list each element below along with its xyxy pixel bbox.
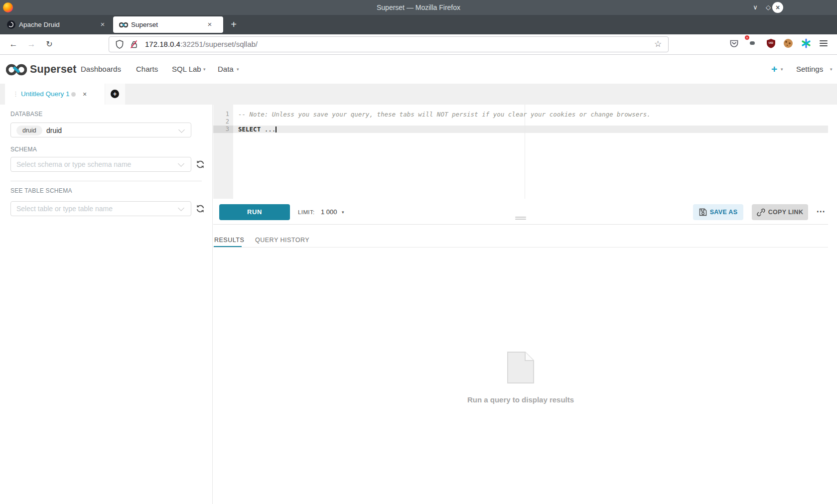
- empty-results-message: Run a query to display results: [213, 395, 828, 404]
- save-as-button[interactable]: SAVE AS: [693, 204, 743, 220]
- query-tab-strip: ⋮ Untitled Query 1 × +: [0, 84, 837, 105]
- copy-link-label: COPY LINK: [768, 209, 804, 216]
- asterisk-extension-icon[interactable]: [801, 38, 811, 48]
- close-icon: ×: [776, 3, 780, 11]
- druid-favicon-icon: [7, 20, 15, 29]
- chevron-down-icon: ▾: [203, 55, 206, 84]
- close-tab-icon[interactable]: ×: [98, 19, 108, 29]
- close-window-button[interactable]: ×: [772, 2, 783, 13]
- superset-logo-icon: [6, 63, 27, 77]
- chevron-down-icon: ▾: [830, 55, 833, 84]
- mask-glyph: [750, 41, 755, 45]
- query-status-dot: [71, 92, 76, 97]
- svg-text:UO: UO: [769, 41, 773, 44]
- superset-favicon-icon: [119, 22, 128, 28]
- insecure-lock-icon[interactable]: [130, 40, 138, 49]
- more-options-icon[interactable]: ⋯: [813, 204, 829, 220]
- line-number: 3: [213, 126, 229, 133]
- text-cursor: [276, 126, 277, 132]
- ublock-icon[interactable]: UO: [766, 38, 776, 48]
- print-margin-ruler: [525, 105, 525, 199]
- schema-label: SCHEMA: [10, 146, 37, 153]
- sqllab-sidebar: DATABASE druid druid SCHEMA SEE TABLE SC…: [0, 105, 213, 504]
- url-bar[interactable]: 172.18.0.4:32251/superset/sqllab/ ☆: [109, 36, 669, 52]
- forward-button: →: [25, 38, 38, 51]
- drag-handle-icon[interactable]: ⋮: [12, 84, 19, 105]
- table-select[interactable]: [10, 201, 191, 216]
- empty-document-icon: [506, 351, 536, 384]
- menu-hamburger-icon[interactable]: [820, 40, 828, 48]
- window-title: Superset — Mozilla Firefox: [0, 0, 837, 15]
- nav-settings[interactable]: Settings: [796, 55, 823, 84]
- sql-editor-pane: 1 2 3 -- Note: Unless you save your quer…: [213, 105, 828, 504]
- nav-data[interactable]: Data: [218, 55, 234, 84]
- line-number: 2: [213, 118, 229, 126]
- reload-button[interactable]: ↻: [43, 38, 56, 51]
- cookie-extension-icon[interactable]: [784, 39, 793, 48]
- schema-select[interactable]: [10, 157, 191, 172]
- query-tab-active[interactable]: ⋮ Untitled Query 1 ×: [5, 84, 105, 105]
- superset-navbar: Superset Dashboards Charts SQL Lab ▾ Dat…: [0, 55, 837, 84]
- brand-title[interactable]: Superset: [30, 55, 77, 84]
- tab-results[interactable]: RESULTS: [214, 236, 244, 244]
- new-query-tab[interactable]: +: [105, 84, 125, 105]
- chevron-down-icon[interactable]: ▾: [342, 204, 344, 220]
- bookmark-star-icon[interactable]: ☆: [654, 37, 662, 52]
- tracking-shield-icon[interactable]: [116, 40, 124, 49]
- editor-toolbar: RUN LIMIT: 1 000 ▾ SAVE AS: [213, 199, 828, 225]
- browser-tab-druid[interactable]: Apache Druid ×: [0, 15, 111, 34]
- pocket-icon[interactable]: [729, 39, 739, 48]
- table-schema-label: SEE TABLE SCHEMA: [10, 187, 72, 194]
- browser-tab-superset[interactable]: Superset ×: [113, 16, 223, 33]
- limit-value[interactable]: 1 000: [321, 204, 337, 220]
- plus-circle-icon[interactable]: +: [111, 90, 119, 98]
- sql-code-line[interactable]: SELECT ...: [238, 126, 277, 133]
- new-browser-tab-button[interactable]: +: [227, 15, 240, 34]
- save-as-label: SAVE AS: [710, 209, 738, 216]
- database-select[interactable]: druid druid: [10, 123, 191, 137]
- refresh-table-icon[interactable]: [195, 204, 205, 214]
- database-value: druid: [46, 123, 62, 138]
- limit-label: LIMIT:: [298, 204, 315, 220]
- url-text[interactable]: 172.18.0.4:32251/superset/sqllab/: [145, 37, 258, 52]
- back-button[interactable]: ←: [7, 38, 20, 51]
- browser-tab-label: Superset: [131, 16, 158, 33]
- results-tabs-border: [213, 247, 828, 248]
- active-line-highlight: [213, 126, 828, 133]
- refresh-schema-icon[interactable]: [195, 159, 205, 169]
- query-tab-title[interactable]: Untitled Query 1: [21, 84, 70, 105]
- line-number: 1: [213, 111, 229, 118]
- chevron-down-icon: [178, 126, 185, 133]
- link-icon: [757, 208, 765, 217]
- copy-link-button[interactable]: COPY LINK: [752, 204, 808, 220]
- error-badge: ×: [745, 35, 749, 40]
- database-tag: druid: [16, 126, 42, 135]
- browser-toolbar: ← → ↻ 172.18.0.4:32251/superset/sqllab/ …: [0, 34, 837, 55]
- nav-charts[interactable]: Charts: [136, 55, 158, 84]
- close-tab-icon[interactable]: ×: [205, 19, 215, 29]
- window-titlebar: Superset — Mozilla Firefox ∨ ◇ ×: [0, 0, 837, 15]
- database-label: DATABASE: [10, 111, 43, 118]
- screen: Superset — Mozilla Firefox ∨ ◇ × Apache …: [0, 0, 837, 504]
- close-query-tab-icon[interactable]: ×: [83, 84, 87, 105]
- browser-tab-bar: Apache Druid × Superset × +: [0, 15, 837, 34]
- active-tab-underline: [214, 246, 242, 247]
- new-item-button[interactable]: +: [771, 55, 777, 83]
- nav-sql-lab[interactable]: SQL Lab: [172, 55, 201, 84]
- chevron-down-icon: ▾: [237, 55, 239, 84]
- pane-resize-handle[interactable]: [515, 217, 526, 221]
- save-floppy-icon: [699, 208, 707, 216]
- run-button[interactable]: RUN: [219, 204, 290, 220]
- minimize-window-button[interactable]: ∨: [750, 2, 761, 13]
- sql-comment-line[interactable]: -- Note: Unless you save your query, the…: [238, 111, 651, 118]
- url-path: :32251/superset/sqllab/: [180, 40, 258, 48]
- tab-query-history[interactable]: QUERY HISTORY: [255, 236, 309, 244]
- chevron-down-icon[interactable]: ▾: [781, 55, 783, 84]
- nav-dashboards[interactable]: Dashboards: [81, 55, 121, 84]
- browser-tab-label: Apache Druid: [19, 15, 60, 34]
- url-host: 172.18.0.4: [145, 40, 180, 48]
- editor-gutter: 1 2 3: [213, 105, 233, 199]
- sidebar-divider: [10, 181, 202, 181]
